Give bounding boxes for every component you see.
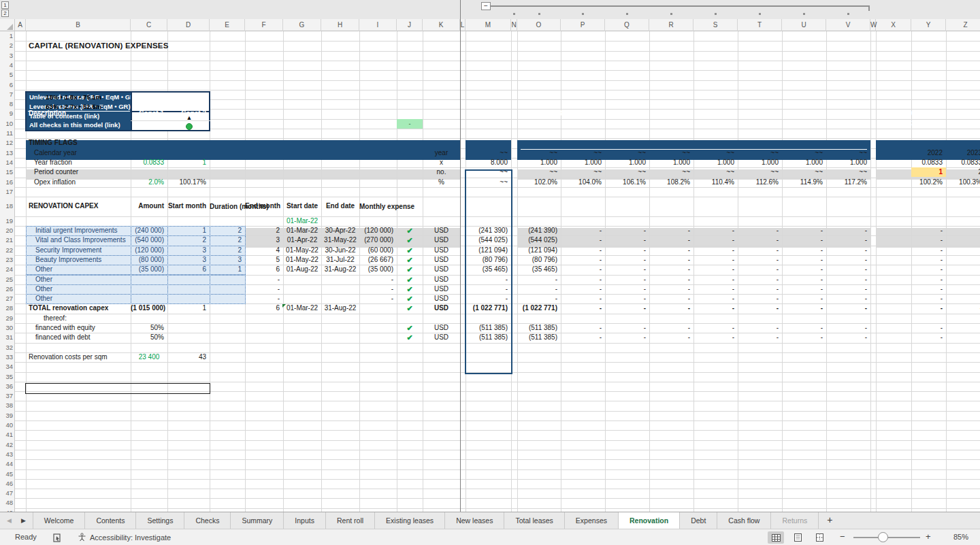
cell-V25[interactable]: -: [826, 275, 870, 284]
cell-R23[interactable]: -: [649, 255, 693, 265]
row-header-13[interactable]: 13: [0, 148, 13, 158]
cell-R30[interactable]: -: [649, 323, 693, 333]
cell-H21[interactable]: 31-May-22: [321, 235, 359, 245]
cell-U20[interactable]: -: [782, 226, 826, 235]
cell-Y24[interactable]: -: [911, 265, 946, 274]
cell-V26[interactable]: -: [826, 284, 870, 294]
cell-B9[interactable]: Description: [26, 109, 131, 118]
row-header-6[interactable]: 6: [0, 80, 13, 90]
cell-Y27[interactable]: -: [911, 294, 946, 303]
row-header-9[interactable]: 9: [0, 109, 13, 118]
cell-V23[interactable]: -: [826, 255, 870, 265]
tab-checks[interactable]: Checks: [184, 512, 231, 529]
cell-S15[interactable]: ~~: [693, 167, 738, 177]
cell-R13[interactable]: ~~: [649, 148, 693, 158]
column-header-C[interactable]: C: [131, 19, 167, 31]
row-header-30[interactable]: 30: [0, 323, 13, 333]
cell-O10[interactable]: 2022: [517, 119, 561, 129]
prev-sheet-arrow-icon[interactable]: ◀: [7, 517, 12, 524]
cell-U26[interactable]: -: [782, 284, 826, 294]
cell-V28[interactable]: -: [826, 303, 870, 313]
cell-U15[interactable]: ~~: [782, 167, 826, 177]
zoom-percentage[interactable]: 85%: [947, 529, 975, 545]
row-header-46[interactable]: 46: [0, 479, 13, 489]
cell-G22[interactable]: 01-May-22: [283, 246, 321, 255]
cell-Q16[interactable]: 106.1%: [605, 178, 649, 187]
cell-Q22[interactable]: -: [605, 246, 649, 255]
cell-E21[interactable]: 2: [210, 235, 245, 245]
cell-Y15[interactable]: 1: [911, 167, 946, 177]
cell-U31[interactable]: -: [782, 333, 826, 342]
cell-J20[interactable]: ✔: [397, 226, 423, 235]
tab-rent-roll[interactable]: Rent roll: [326, 512, 375, 529]
cell-Y31[interactable]: -: [911, 333, 946, 342]
cell-P21[interactable]: -: [561, 235, 605, 245]
cell-B2[interactable]: CAPITAL (RENOVATION) EXPENSES: [26, 41, 131, 50]
cell-U27[interactable]: -: [782, 294, 826, 303]
cell-J28[interactable]: ✔: [397, 303, 423, 313]
cell-H24[interactable]: 31-Aug-22: [321, 265, 359, 274]
cell-U14[interactable]: 1.000: [782, 158, 826, 167]
cell-B22[interactable]: Security Improvement: [26, 246, 131, 255]
column-header-Q[interactable]: Q: [605, 19, 649, 31]
cell-R27[interactable]: -: [649, 294, 693, 303]
cell-B16[interactable]: Opex inflation: [26, 178, 131, 187]
cell-F20[interactable]: 2: [245, 226, 283, 235]
cell-B25[interactable]: Other: [26, 275, 131, 284]
cell-V24[interactable]: -: [826, 265, 870, 274]
cell-C31[interactable]: 50%: [131, 333, 167, 342]
cell-P31[interactable]: -: [561, 333, 605, 342]
cell-B21[interactable]: Vital and Class Improvements: [26, 235, 131, 245]
row-header-5[interactable]: 5: [0, 70, 13, 80]
cell-C21[interactable]: (540 000): [131, 235, 167, 245]
page-layout-view-button[interactable]: [789, 531, 806, 544]
cell-H23[interactable]: 31-Jul-22: [321, 255, 359, 265]
tab-returns[interactable]: Returns: [771, 512, 819, 529]
cell-R15[interactable]: ~~: [649, 167, 693, 177]
row-header-39[interactable]: 39: [0, 411, 13, 420]
cell-Y22[interactable]: -: [911, 246, 946, 255]
cell-E22[interactable]: 2: [210, 246, 245, 255]
cell-B23[interactable]: Beauty Improvements: [26, 255, 131, 265]
cell-B15[interactable]: Period counter: [26, 167, 131, 177]
column-header-T[interactable]: T: [738, 19, 782, 31]
cell-J21[interactable]: ✔: [397, 235, 423, 245]
cell-H28[interactable]: 31-Aug-22: [321, 303, 359, 313]
cell-M9[interactable]: TOTAL: [466, 109, 511, 118]
cell-O13[interactable]: ~~: [517, 148, 561, 158]
cell-P26[interactable]: -: [561, 284, 605, 294]
cell-C28[interactable]: (1 015 000): [131, 303, 167, 313]
input-cell-E25[interactable]: [210, 275, 246, 285]
row-header-4[interactable]: 4: [0, 61, 13, 70]
column-header-E[interactable]: E: [210, 19, 245, 31]
cell-S23[interactable]: -: [693, 255, 738, 265]
row-header-15[interactable]: 15: [0, 167, 13, 177]
row-header-2[interactable]: 2: [0, 41, 13, 50]
cell-Y26[interactable]: -: [911, 284, 946, 294]
cell-U24[interactable]: -: [782, 265, 826, 274]
cell-C14[interactable]: 0.0833: [131, 158, 167, 167]
cell-P27[interactable]: -: [561, 294, 605, 303]
tab-total-leases[interactable]: Total leases: [504, 512, 564, 529]
cell-J31[interactable]: ✔: [397, 333, 423, 342]
cell-R22[interactable]: -: [649, 246, 693, 255]
cell-S10[interactable]: 2026: [693, 119, 738, 129]
cell-G20[interactable]: 01-Mar-22: [283, 226, 321, 235]
cell-I27[interactable]: -: [359, 294, 397, 303]
cell-Q10[interactable]: 2024: [605, 119, 649, 129]
cell-K20[interactable]: USD: [423, 226, 460, 235]
cell-K22[interactable]: USD: [423, 246, 460, 255]
row-header-18[interactable]: 18: [0, 197, 13, 216]
row-header-33[interactable]: 33: [0, 352, 13, 362]
cell-C16[interactable]: 2.0%: [131, 178, 167, 187]
cell-B13[interactable]: Calendar year: [26, 148, 131, 158]
cell-B31[interactable]: financed with debt: [26, 333, 131, 342]
row-header-44[interactable]: 44: [0, 459, 13, 469]
cell-U23[interactable]: -: [782, 255, 826, 265]
cell-O22[interactable]: (121 094): [517, 246, 561, 255]
cell-O20[interactable]: (241 390): [517, 226, 561, 235]
cell-C23[interactable]: (80 000): [131, 255, 167, 265]
cell-X10[interactable]: e.o.p: [876, 119, 911, 129]
cell-P25[interactable]: -: [561, 275, 605, 284]
zoom-in-button[interactable]: +: [926, 529, 931, 544]
